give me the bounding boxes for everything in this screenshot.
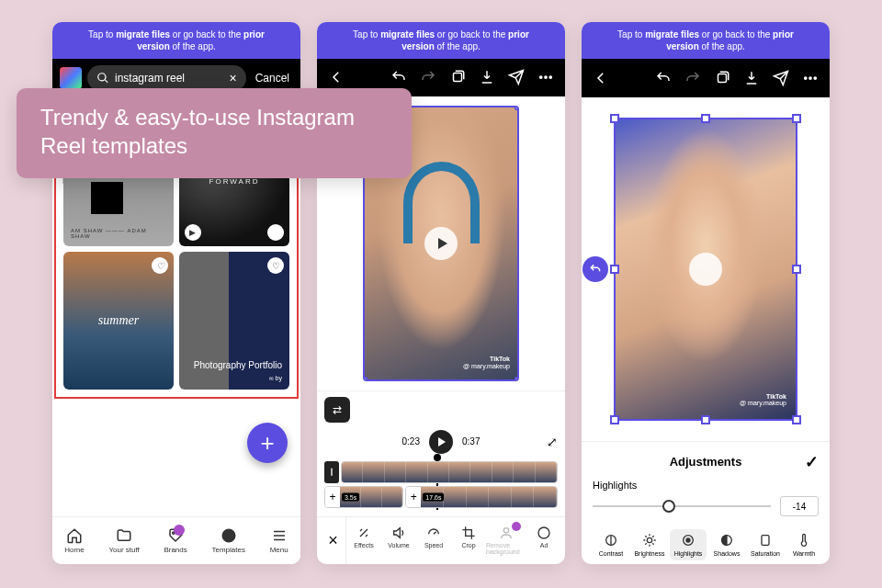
tool-row: × Effects Volume Speed Crop Remove backg…: [317, 516, 565, 564]
play-button[interactable]: [424, 227, 458, 260]
close-tools-icon[interactable]: ×: [321, 517, 346, 564]
migrate-banner[interactable]: Tap to migrate files or go back to the p…: [52, 22, 300, 59]
migrate-banner[interactable]: Tap to migrate files or go back to the p…: [317, 22, 565, 59]
back-icon[interactable]: [587, 64, 615, 92]
time-current: 0:23: [402, 436, 420, 447]
video-preview-selected[interactable]: TikTok@ mary.makeup: [614, 118, 797, 421]
scrub-bar: 0:23 0:37 ⤢: [324, 426, 558, 461]
tool-more[interactable]: Ad: [526, 526, 561, 555]
nav-menu[interactable]: Menu: [270, 527, 288, 554]
cancel-search[interactable]: Cancel: [252, 72, 293, 85]
svg-point-7: [538, 527, 549, 538]
highlights-slider[interactable]: [593, 505, 771, 507]
tool-crop[interactable]: Crop: [451, 526, 486, 555]
adj-warmth[interactable]: Warmth: [786, 529, 819, 560]
fab-add-button[interactable]: +: [247, 423, 288, 463]
premium-badge-icon: [174, 525, 185, 536]
tool-remove-bg[interactable]: Remove background: [486, 526, 526, 555]
phone-adjustments: Tap to migrate files or go back to the p…: [582, 22, 830, 564]
more-icon[interactable]: [532, 63, 560, 91]
svg-rect-8: [718, 74, 727, 83]
nav-templates[interactable]: Templates: [211, 527, 244, 554]
add-before-icon[interactable]: +: [325, 487, 340, 507]
clear-search-icon[interactable]: ×: [229, 71, 236, 85]
svg-point-10: [809, 77, 811, 79]
nav-home[interactable]: Home: [64, 527, 84, 554]
tile-byline: ∞ by: [187, 375, 282, 382]
adj-saturation[interactable]: Saturation: [747, 529, 784, 560]
timeline-panel: ⇄ 0:23 0:37 ⤢ ∥ + 3.5s +: [317, 390, 565, 516]
expand-icon[interactable]: ⤢: [547, 435, 558, 449]
favorite-icon[interactable]: ♡: [152, 257, 168, 274]
play-button[interactable]: [429, 430, 453, 454]
svg-point-15: [686, 538, 690, 542]
search-icon: [96, 72, 109, 85]
search-input[interactable]: instagram reel ×: [87, 65, 246, 91]
redo-icon[interactable]: [679, 64, 707, 92]
slider-thumb[interactable]: [662, 500, 675, 513]
layers-icon[interactable]: [444, 63, 471, 91]
svg-rect-2: [454, 74, 462, 82]
premium-badge-icon: [512, 522, 521, 531]
adj-highlights[interactable]: Highlights: [670, 529, 707, 560]
template-tile[interactable]: ♡ Photography Portfolio ∞ by: [179, 252, 289, 390]
back-icon[interactable]: [322, 63, 350, 91]
play-button[interactable]: [689, 253, 722, 286]
tool-volume[interactable]: Volume: [381, 526, 416, 555]
adj-shadows[interactable]: Shadows: [708, 529, 745, 560]
tile-text: summer: [98, 313, 139, 328]
tool-speed[interactable]: Speed: [416, 526, 451, 555]
migrate-banner[interactable]: Tap to migrate files or go back to the p…: [582, 22, 830, 59]
track-mute-icon[interactable]: ∥: [324, 461, 339, 483]
tile-title: Photography Portfolio: [187, 360, 282, 371]
undo-icon[interactable]: [650, 64, 677, 92]
adj-contrast[interactable]: Contrast: [593, 529, 629, 560]
svg-point-11: [814, 77, 816, 79]
share-icon[interactable]: [503, 63, 530, 91]
search-query: instagram reel: [115, 72, 223, 85]
apply-icon[interactable]: ✓: [805, 452, 819, 472]
slider-label: Highlights: [593, 480, 644, 491]
premium-icon: ♛: [267, 224, 284, 241]
download-icon[interactable]: [473, 63, 501, 91]
preview-canvas: TikTok@ mary.makeup: [582, 97, 830, 441]
svg-rect-17: [762, 536, 769, 546]
adjustments-panel: Adjustments ✓ Highlights -14 Contrast Br…: [582, 441, 830, 564]
more-icon[interactable]: [797, 64, 824, 92]
adjustment-tools: Contrast Brightness Highlights Shadows S…: [593, 522, 819, 560]
tiktok-watermark: TikTok@ mary.makeup: [463, 356, 510, 369]
svg-point-13: [647, 537, 651, 542]
svg-point-6: [503, 528, 508, 533]
tiktok-watermark: TikTok@ mary.makeup: [740, 393, 786, 406]
panel-title: Adjustments: [670, 455, 742, 469]
clip-duration: 17.6s: [423, 492, 444, 501]
tool-effects[interactable]: Effects: [346, 526, 381, 555]
svg-point-3: [540, 76, 542, 78]
undo-icon[interactable]: [385, 63, 413, 91]
layers-icon[interactable]: [708, 64, 736, 92]
add-before-icon[interactable]: +: [406, 487, 421, 507]
replace-media-icon[interactable]: ⇄: [324, 397, 350, 423]
svg-point-9: [805, 77, 807, 79]
app-logo-icon[interactable]: [60, 67, 82, 89]
svg-point-4: [545, 76, 547, 78]
play-icon[interactable]: ▶: [185, 224, 201, 241]
bottom-nav: Home Your stuff Brands Templates Menu: [52, 516, 300, 564]
svg-point-5: [549, 76, 551, 78]
clip-duration: 3.5s: [342, 492, 359, 501]
svg-point-1: [222, 529, 235, 542]
revert-icon[interactable]: [582, 256, 608, 282]
redo-icon[interactable]: [414, 63, 442, 91]
timeline-clip[interactable]: + 3.5s: [324, 486, 403, 508]
favorite-icon[interactable]: ♡: [267, 257, 284, 274]
nav-your-stuff[interactable]: Your stuff: [108, 527, 139, 554]
share-icon[interactable]: [767, 64, 795, 92]
timeline-clip[interactable]: + 17.6s: [405, 486, 558, 508]
slider-value[interactable]: -14: [780, 496, 819, 516]
timeline-clip[interactable]: [341, 461, 558, 483]
template-tile[interactable]: ♡ summer: [63, 252, 174, 390]
download-icon[interactable]: [738, 64, 765, 92]
marketing-overlay: Trendy & easy-to-use Instagram Reel temp…: [17, 88, 412, 178]
adj-brightness[interactable]: Brightness: [631, 529, 668, 560]
nav-brands[interactable]: Brands: [164, 527, 187, 554]
